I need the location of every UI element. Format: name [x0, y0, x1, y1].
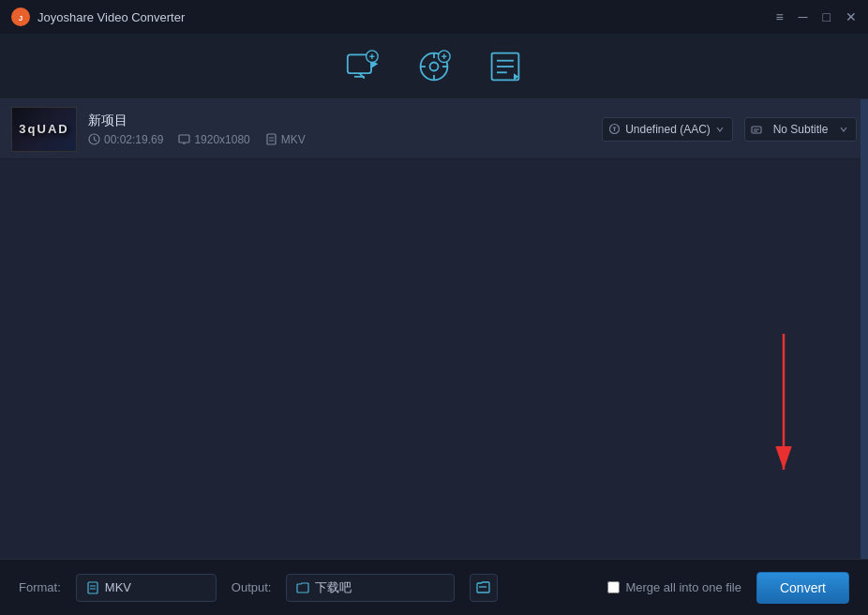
convert-button[interactable]: Convert	[756, 572, 849, 604]
thumbnail-text: 3qUAD	[19, 122, 68, 136]
format-box[interactable]: MKV	[76, 574, 217, 602]
format-value: MKV	[105, 580, 131, 594]
subtitle-chevron-icon	[839, 125, 848, 134]
audio-select-value: Undefined (AAC)	[625, 123, 711, 136]
open-folder-icon	[476, 580, 491, 595]
duration-meta: 00:02:19.69	[88, 133, 163, 146]
folder-icon	[296, 581, 309, 594]
svg-rect-38	[88, 582, 97, 593]
audio-select[interactable]: Undefined (AAC)	[602, 117, 733, 142]
maximize-button[interactable]: □	[823, 10, 831, 23]
svg-rect-26	[179, 135, 189, 142]
browse-folder-button[interactable]	[470, 574, 498, 602]
add-media-button[interactable]	[413, 46, 455, 87]
subtitle-icon	[751, 124, 762, 135]
title-bar: J Joyoshare Video Converter ≡ ─ □ ✕	[0, 0, 868, 34]
merge-checkbox-container[interactable]: Merge all into one file	[607, 580, 741, 594]
file-resolution: 1920x1080	[194, 133, 249, 146]
file-list-icon	[485, 46, 526, 87]
audio-icon	[608, 123, 621, 135]
title-bar-left: J Joyoshare Video Converter	[11, 8, 185, 26]
clock-icon	[88, 133, 100, 145]
app-title: Joyoshare Video Converter	[37, 10, 185, 24]
svg-rect-28	[267, 134, 276, 144]
close-button[interactable]: ✕	[846, 10, 857, 23]
add-video-icon	[342, 46, 383, 87]
file-duration: 00:02:19.69	[104, 133, 163, 146]
drag-area	[861, 99, 868, 559]
file-meta: 00:02:19.69 1920x1080 MKV	[88, 133, 591, 146]
format-file-icon	[86, 581, 99, 594]
minimize-button[interactable]: ─	[799, 10, 808, 23]
bottom-bar: Format: MKV Output: 下载吧 Merge all into o…	[0, 559, 868, 615]
file-format: MKV	[281, 133, 306, 146]
svg-point-10	[430, 62, 439, 70]
file-list-area: 3qUAD 新项目 00:02:19.69	[0, 99, 868, 559]
file-info: 新项目 00:02:19.69 1920x1080	[88, 112, 591, 146]
menu-button[interactable]: ≡	[775, 10, 783, 23]
file-title: 新项目	[88, 112, 591, 129]
subtitle-select[interactable]: No Subtitle	[744, 117, 857, 142]
toolbar	[0, 34, 868, 99]
add-video-button[interactable]	[342, 46, 383, 87]
add-media-icon	[413, 46, 455, 87]
file-icon	[265, 133, 277, 145]
format-meta: MKV	[265, 133, 306, 146]
svg-line-25	[95, 140, 97, 142]
merge-checkbox-input[interactable]	[607, 581, 620, 593]
screen-icon	[178, 133, 190, 145]
file-list-button[interactable]	[485, 46, 526, 87]
output-box: 下载吧	[286, 574, 455, 602]
resolution-meta: 1920x1080	[178, 133, 249, 146]
subtitle-select-value: No Subtitle	[773, 123, 829, 136]
file-thumbnail: 3qUAD	[11, 107, 77, 152]
app-logo: J	[11, 8, 30, 26]
output-value: 下载吧	[315, 579, 352, 596]
output-label: Output:	[232, 580, 272, 594]
merge-label: Merge all into one file	[625, 580, 741, 594]
format-label: Format:	[19, 580, 61, 594]
chevron-down-icon	[715, 125, 725, 134]
svg-text:J: J	[19, 14, 22, 22]
title-bar-controls: ≡ ─ □ ✕	[775, 10, 857, 23]
file-row: 3qUAD 新项目 00:02:19.69	[0, 99, 868, 159]
